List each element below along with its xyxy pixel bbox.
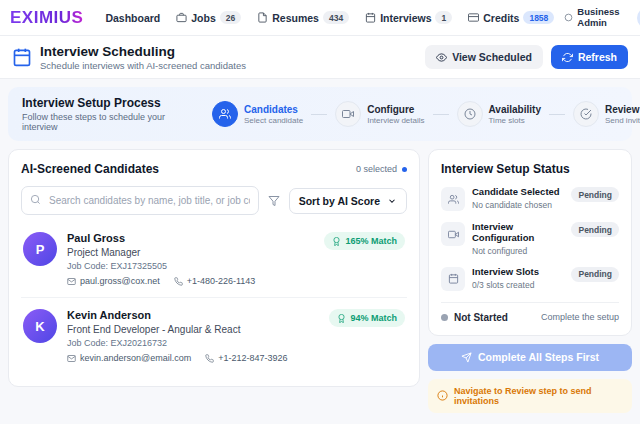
candidate-row-kevin-anderson[interactable]: K Kevin Anderson Front End Developer - A… [21, 297, 407, 374]
resumes-count-badge: 434 [323, 11, 349, 24]
candidate-list: P Paul Gross Project Manager Job Code: E… [21, 221, 407, 374]
match-score-badge: 165% Match [324, 232, 405, 250]
credits-count-badge: 1858 [523, 11, 554, 24]
candidate-job-title: Project Manager [67, 247, 314, 258]
role-indicator: Business Admin [564, 7, 625, 29]
status-badge: Pending [571, 187, 619, 202]
avatar: P [23, 232, 57, 266]
sort-dropdown[interactable]: Sort by AI Score [289, 188, 407, 214]
eye-icon [436, 52, 447, 63]
candidates-panel: AI-Screened Candidates 0 selected Sort b… [8, 149, 420, 387]
candidate-name: Paul Gross [67, 232, 314, 244]
check-circle-icon [573, 101, 599, 127]
complete-all-steps-button[interactable]: Complete All Steps First [428, 344, 632, 371]
step-availability[interactable]: Availability Time slots [457, 101, 541, 127]
award-icon [332, 237, 341, 246]
status-badge: Pending [571, 267, 619, 282]
overall-status: Not Started [454, 312, 508, 323]
users-icon [212, 101, 238, 127]
filter-icon[interactable] [268, 195, 280, 207]
step-connector [549, 114, 565, 115]
document-icon [257, 12, 268, 23]
role-icon [564, 13, 573, 22]
candidate-row-paul-gross[interactable]: P Paul Gross Project Manager Job Code: E… [21, 221, 407, 297]
step-candidates[interactable]: Candidates Select candidate [212, 101, 303, 127]
candidate-email: paul.gross@cox.net [67, 276, 160, 286]
phone-icon [174, 277, 183, 286]
app-logo[interactable]: EXIMIUS [10, 8, 83, 28]
clock-icon [457, 101, 483, 127]
video-icon [335, 101, 361, 127]
candidate-name: Kevin Anderson [67, 309, 319, 321]
status-panel-title: Interview Setup Status [441, 162, 619, 176]
mail-icon [67, 277, 76, 286]
process-title: Interview Setup Process [22, 96, 198, 110]
step-connector [433, 114, 449, 115]
not-started-dot-icon [441, 314, 448, 321]
calendar-icon [441, 267, 465, 291]
search-icon [30, 194, 41, 205]
page-subtitle: Schedule interviews with AI-screened can… [40, 60, 246, 71]
match-score-badge: 94% Match [329, 309, 405, 327]
nav-resumes[interactable]: Resumes 434 [257, 11, 349, 24]
nav-dashboard[interactable]: Dashboard [105, 12, 160, 24]
candidate-email: kevin.anderson@email.com [67, 353, 191, 363]
interviews-count-badge: 1 [435, 11, 452, 24]
phone-icon [205, 354, 214, 363]
status-item-interview-slots: Interview Slots 0/3 slots created Pendin… [441, 267, 619, 291]
candidate-job-code: Job Code: EXJ17325505 [67, 261, 314, 271]
chevron-down-icon [387, 196, 397, 206]
candidate-job-title: Front End Developer - Angular & React [67, 324, 319, 335]
info-icon [437, 390, 448, 401]
award-icon [337, 314, 346, 323]
view-scheduled-button[interactable]: View Scheduled [425, 45, 543, 69]
step-configure[interactable]: Configure Interview details [335, 101, 424, 127]
calendar-icon [365, 12, 376, 23]
page-title: Interview Scheduling [40, 44, 246, 59]
briefcase-icon [176, 12, 187, 23]
scheduling-calendar-icon [12, 47, 32, 67]
step-review[interactable]: Review Send invitation [573, 101, 640, 127]
nav-right: Business Admin AW ✓ Alex Williams Sign O… [564, 7, 640, 29]
jobs-count-badge: 26 [220, 11, 241, 24]
divider [441, 302, 619, 303]
candidate-phone: +1-212-847-3926 [205, 353, 287, 363]
status-badge: Pending [571, 222, 619, 237]
candidate-job-code: Job Code: EXJ20216732 [67, 338, 319, 348]
role-label: Business Admin [577, 7, 625, 29]
nav-credits[interactable]: Credits 1858 [468, 11, 554, 24]
credit-card-icon [468, 12, 479, 23]
candidates-panel-title: AI-Screened Candidates [21, 162, 159, 176]
selected-count: 0 selected [356, 164, 407, 174]
nav-items: Dashboard Jobs 26 Resumes 434 Interviews… [105, 11, 554, 24]
video-icon [441, 222, 465, 246]
avatar: K [23, 309, 57, 343]
refresh-button[interactable]: Refresh [551, 45, 628, 69]
process-steps: Candidates Select candidate Configure In… [212, 101, 640, 127]
users-icon [441, 187, 465, 211]
search-input[interactable] [21, 186, 259, 215]
status-item-candidate-selected: Candidate Selected No candidate chosen P… [441, 187, 619, 211]
selected-dot-icon [402, 167, 407, 172]
send-icon [461, 352, 472, 363]
setup-process-banner: Interview Setup Process Follow these ste… [8, 87, 632, 141]
refresh-icon [562, 52, 573, 63]
review-warning: Navigate to Review step to send invitati… [428, 379, 632, 413]
step-connector [311, 114, 327, 115]
status-item-interview-configuration: Interview Configuration Not configured P… [441, 222, 619, 256]
setup-hint: Complete the setup [541, 312, 619, 322]
top-nav: EXIMIUS Dashboard Jobs 26 Resumes 434 In… [0, 0, 640, 36]
nav-jobs[interactable]: Jobs 26 [176, 11, 241, 24]
process-subtitle: Follow these steps to schedule your inte… [22, 112, 198, 132]
page-header: Interview Scheduling Schedule interviews… [0, 36, 640, 79]
candidate-phone: +1-480-226-1143 [174, 276, 256, 286]
mail-icon [67, 354, 76, 363]
nav-interviews[interactable]: Interviews 1 [365, 11, 452, 24]
interview-setup-status-panel: Interview Setup Status Candidate Selecte… [428, 149, 632, 336]
